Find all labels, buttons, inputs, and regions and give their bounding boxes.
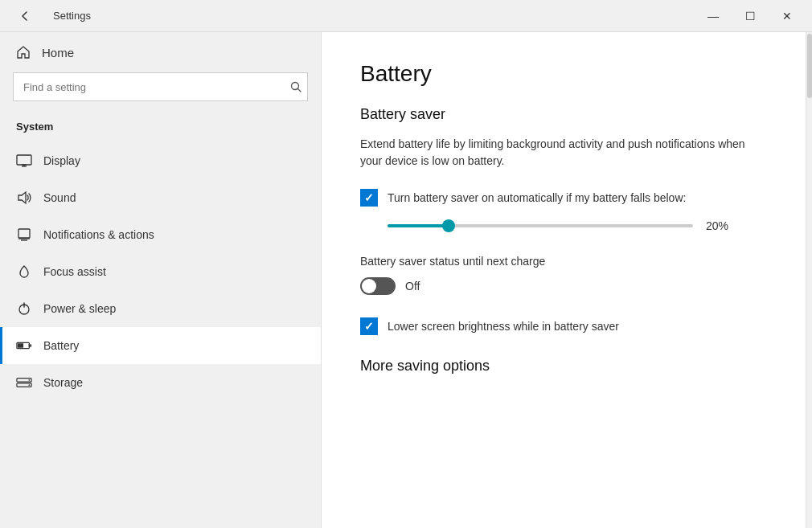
main-layout: Home System Display [0,32,812,528]
sidebar-item-display[interactable]: Display [0,142,321,179]
lower-brightness-label: Lower screen brightness while in battery… [388,320,619,333]
slider-fill [388,224,449,227]
battery-label: Battery [43,339,79,352]
close-button[interactable]: ✕ [769,0,806,32]
sidebar-home[interactable]: Home [0,32,321,72]
sidebar-item-notifications[interactable]: Notifications & actions [0,216,321,253]
focus-label: Focus assist [43,265,106,278]
battery-saver-description: Extend battery life by limiting backgrou… [360,136,767,170]
notifications-label: Notifications & actions [43,228,154,241]
sound-label: Sound [43,191,76,204]
slider-value: 20% [706,219,728,232]
auto-battery-saver-row: ✓ Turn battery saver on automatically if… [360,189,767,207]
focus-icon [16,264,32,280]
sidebar-item-storage[interactable]: Storage [0,364,321,401]
svg-line-1 [298,89,301,92]
more-saving-title: More saving options [360,358,767,375]
scrollbar-thumb[interactable] [807,34,812,98]
search-input[interactable] [13,72,308,101]
battery-threshold-slider-container: 20% [360,219,767,232]
power-icon [16,301,32,317]
svg-rect-13 [30,344,31,347]
notifications-icon [16,227,32,243]
storage-label: Storage [43,376,83,389]
window-title: Settings [53,10,91,22]
sidebar-item-sound[interactable]: Sound [0,179,321,216]
lower-brightness-row: ✓ Lower screen brightness while in batte… [360,317,767,335]
lower-brightness-checkbox[interactable]: ✓ [360,317,378,335]
back-button[interactable] [6,0,43,32]
battery-icon [16,338,32,354]
svg-point-16 [28,379,30,381]
storage-icon [16,375,32,391]
battery-saver-toggle[interactable] [360,277,396,295]
display-icon [16,153,32,169]
auto-battery-saver-label: Turn battery saver on automatically if m… [388,191,686,204]
home-label: Home [42,46,74,59]
window-controls: — ☐ ✕ [695,0,806,32]
battery-saver-title: Battery saver [360,106,767,123]
checkmark-icon: ✓ [364,191,374,204]
search-container [13,72,308,101]
sound-icon [16,190,32,206]
auto-battery-saver-checkbox[interactable]: ✓ [360,189,378,207]
power-label: Power & sleep [43,302,116,315]
battery-status-label: Battery saver status until next charge [360,255,767,268]
slider-thumb[interactable] [442,219,455,232]
toggle-state-label: Off [405,280,420,293]
search-button[interactable] [290,81,301,92]
home-icon [16,45,31,59]
minimize-button[interactable]: — [695,0,732,32]
system-label: System [0,114,321,142]
battery-saver-toggle-row: Off [360,277,767,295]
maximize-button[interactable]: ☐ [732,0,769,32]
sidebar: Home System Display [0,32,322,528]
page-title: Battery [360,61,767,87]
title-bar: Settings — ☐ ✕ [0,0,812,32]
svg-rect-12 [18,343,23,347]
sidebar-item-battery[interactable]: Battery [0,327,321,364]
slider-track[interactable] [388,224,693,227]
svg-rect-2 [17,155,31,165]
toggle-knob [362,279,376,293]
svg-point-17 [28,384,30,386]
display-label: Display [43,154,80,167]
scrollbar-track [806,32,812,528]
sidebar-item-power[interactable]: Power & sleep [0,290,321,327]
svg-rect-6 [18,229,30,238]
content-area: Battery Battery saver Extend battery lif… [322,32,806,528]
checkmark2-icon: ✓ [364,320,374,333]
sidebar-item-focus[interactable]: Focus assist [0,253,321,290]
